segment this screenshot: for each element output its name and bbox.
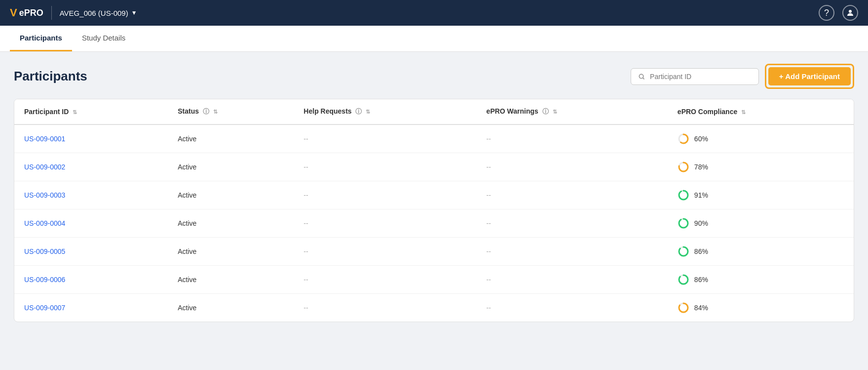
compliance-ring: [678, 274, 689, 286]
compliance-value: 91%: [694, 191, 708, 199]
svg-point-10: [679, 219, 688, 228]
cell-participant-id: US-009-0006: [14, 266, 168, 294]
compliance-value: 84%: [694, 304, 708, 312]
svg-point-14: [679, 275, 688, 284]
cell-help-requests: --: [294, 153, 476, 181]
participants-header: Participants + Add Participant: [14, 64, 854, 89]
cell-status: Active: [168, 124, 294, 153]
top-navigation: V ePRO AVEG_006 (US-009) ▼ ?: [0, 0, 868, 26]
study-selector[interactable]: AVEG_006 (US-009) ▼: [60, 9, 137, 17]
compliance-cell: 60%: [678, 133, 844, 145]
cell-help-requests: --: [294, 181, 476, 209]
table-row: US-009-0007 Active -- -- 84%: [14, 294, 854, 322]
col-header-epro-warnings: ePRO Warnings ⓘ ⇅: [477, 99, 668, 124]
help-icon[interactable]: ?: [819, 5, 834, 21]
compliance-ring: [678, 133, 689, 145]
cell-epro-compliance: 84%: [668, 294, 854, 322]
participants-table-container: Participant ID ⇅ Status ⓘ ⇅ Help Request…: [14, 99, 854, 322]
col-header-help-requests: Help Requests ⓘ ⇅: [294, 99, 476, 124]
compliance-cell: 86%: [678, 274, 844, 286]
svg-line-2: [643, 78, 644, 79]
cell-help-requests: --: [294, 294, 476, 322]
header-actions: + Add Participant: [631, 64, 854, 89]
compliance-value: 86%: [694, 276, 708, 284]
participant-link[interactable]: US-009-0006: [24, 276, 65, 284]
cell-epro-warnings: --: [477, 266, 668, 294]
compliance-value: 90%: [694, 219, 708, 227]
compliance-cell: 91%: [678, 189, 844, 201]
compliance-cell: 90%: [678, 217, 844, 229]
participant-link[interactable]: US-009-0004: [24, 219, 65, 227]
cell-epro-compliance: 60%: [668, 124, 854, 153]
add-participant-wrapper: + Add Participant: [765, 64, 854, 89]
sort-icon-participant-id[interactable]: ⇅: [73, 109, 77, 115]
svg-point-0: [849, 10, 852, 13]
chevron-down-icon: ▼: [131, 9, 137, 16]
search-input[interactable]: [650, 73, 752, 81]
participant-link[interactable]: US-009-0005: [24, 247, 65, 255]
table-row: US-009-0002 Active -- -- 78%: [14, 153, 854, 181]
table-row: US-009-0006 Active -- -- 86%: [14, 266, 854, 294]
avatar-icon: [846, 8, 855, 17]
cell-participant-id: US-009-0004: [14, 209, 168, 238]
page-title: Participants: [14, 69, 87, 84]
compliance-ring: [678, 246, 689, 257]
nav-divider: [51, 6, 52, 20]
app-name: ePRO: [19, 8, 43, 18]
search-box[interactable]: [631, 68, 759, 85]
compliance-ring: [678, 217, 689, 229]
cell-epro-compliance: 78%: [668, 153, 854, 181]
cell-help-requests: --: [294, 209, 476, 238]
compliance-cell: 84%: [678, 302, 844, 314]
table-body: US-009-0001 Active -- -- 60% US-009-0002…: [14, 124, 854, 322]
app-logo[interactable]: V ePRO: [10, 6, 43, 19]
info-icon-status[interactable]: ⓘ: [203, 108, 209, 115]
cell-participant-id: US-009-0007: [14, 294, 168, 322]
cell-status: Active: [168, 209, 294, 238]
sort-icon-status[interactable]: ⇅: [213, 109, 218, 115]
cell-epro-compliance: 91%: [668, 181, 854, 209]
table-row: US-009-0001 Active -- -- 60%: [14, 124, 854, 153]
cell-status: Active: [168, 294, 294, 322]
tab-bar: Participants Study Details: [0, 26, 868, 52]
cell-epro-compliance: 86%: [668, 238, 854, 266]
compliance-cell: 78%: [678, 161, 844, 173]
table-row: US-009-0005 Active -- -- 86%: [14, 238, 854, 266]
study-label: AVEG_006 (US-009): [60, 9, 128, 17]
cell-epro-warnings: --: [477, 153, 668, 181]
sort-icon-epro-compliance[interactable]: ⇅: [741, 109, 746, 115]
compliance-cell: 86%: [678, 246, 844, 257]
info-icon-epro-warnings[interactable]: ⓘ: [542, 108, 549, 115]
cell-epro-warnings: --: [477, 238, 668, 266]
participant-link[interactable]: US-009-0001: [24, 135, 65, 143]
tab-study-details[interactable]: Study Details: [72, 26, 135, 51]
compliance-value: 86%: [694, 247, 708, 255]
sort-icon-help-requests[interactable]: ⇅: [366, 109, 370, 115]
col-header-epro-compliance: ePRO Compliance ⇅: [668, 99, 854, 124]
user-avatar[interactable]: [842, 5, 858, 21]
participant-link[interactable]: US-009-0003: [24, 191, 65, 199]
cell-status: Active: [168, 181, 294, 209]
cell-help-requests: --: [294, 124, 476, 153]
cell-status: Active: [168, 266, 294, 294]
compliance-ring: [678, 161, 689, 173]
sort-icon-epro-warnings[interactable]: ⇅: [553, 109, 557, 115]
cell-status: Active: [168, 238, 294, 266]
participants-table: Participant ID ⇅ Status ⓘ ⇅ Help Request…: [14, 99, 854, 322]
add-participant-button[interactable]: + Add Participant: [768, 67, 851, 85]
cell-epro-warnings: --: [477, 294, 668, 322]
info-icon-help-requests[interactable]: ⓘ: [355, 108, 362, 115]
nav-left: V ePRO AVEG_006 (US-009) ▼: [10, 6, 137, 20]
cell-participant-id: US-009-0002: [14, 153, 168, 181]
cell-epro-compliance: 86%: [668, 266, 854, 294]
cell-help-requests: --: [294, 266, 476, 294]
table-row: US-009-0004 Active -- -- 90%: [14, 209, 854, 238]
compliance-ring: [678, 302, 689, 314]
participant-link[interactable]: US-009-0007: [24, 304, 65, 312]
col-header-status: Status ⓘ ⇅: [168, 99, 294, 124]
cell-participant-id: US-009-0005: [14, 238, 168, 266]
cell-help-requests: --: [294, 238, 476, 266]
cell-participant-id: US-009-0001: [14, 124, 168, 153]
tab-participants[interactable]: Participants: [10, 26, 72, 51]
participant-link[interactable]: US-009-0002: [24, 163, 65, 171]
